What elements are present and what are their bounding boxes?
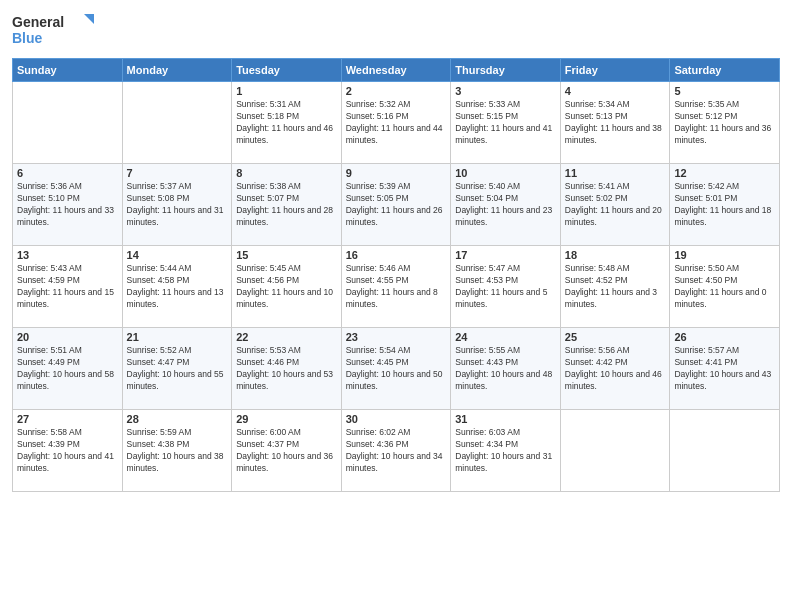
day-cell: 24Sunrise: 5:55 AMSunset: 4:43 PMDayligh… [451, 328, 561, 410]
day-info: Sunrise: 5:34 AMSunset: 5:13 PMDaylight:… [565, 99, 666, 147]
weekday-header-row: SundayMondayTuesdayWednesdayThursdayFrid… [13, 59, 780, 82]
day-info: Sunrise: 5:31 AMSunset: 5:18 PMDaylight:… [236, 99, 337, 147]
day-info: Sunrise: 5:35 AMSunset: 5:12 PMDaylight:… [674, 99, 775, 147]
day-cell [122, 82, 232, 164]
day-cell: 2Sunrise: 5:32 AMSunset: 5:16 PMDaylight… [341, 82, 451, 164]
day-info: Sunrise: 5:42 AMSunset: 5:01 PMDaylight:… [674, 181, 775, 229]
day-number: 21 [127, 331, 228, 343]
day-info: Sunrise: 5:57 AMSunset: 4:41 PMDaylight:… [674, 345, 775, 393]
day-cell: 26Sunrise: 5:57 AMSunset: 4:41 PMDayligh… [670, 328, 780, 410]
day-cell: 1Sunrise: 5:31 AMSunset: 5:18 PMDaylight… [232, 82, 342, 164]
day-cell: 9Sunrise: 5:39 AMSunset: 5:05 PMDaylight… [341, 164, 451, 246]
day-info: Sunrise: 5:46 AMSunset: 4:55 PMDaylight:… [346, 263, 447, 311]
day-info: Sunrise: 5:36 AMSunset: 5:10 PMDaylight:… [17, 181, 118, 229]
day-info: Sunrise: 5:38 AMSunset: 5:07 PMDaylight:… [236, 181, 337, 229]
day-number: 19 [674, 249, 775, 261]
day-number: 20 [17, 331, 118, 343]
day-number: 22 [236, 331, 337, 343]
day-cell: 13Sunrise: 5:43 AMSunset: 4:59 PMDayligh… [13, 246, 123, 328]
day-number: 17 [455, 249, 556, 261]
day-cell: 20Sunrise: 5:51 AMSunset: 4:49 PMDayligh… [13, 328, 123, 410]
day-info: Sunrise: 5:53 AMSunset: 4:46 PMDaylight:… [236, 345, 337, 393]
week-row-3: 13Sunrise: 5:43 AMSunset: 4:59 PMDayligh… [13, 246, 780, 328]
weekday-wednesday: Wednesday [341, 59, 451, 82]
day-info: Sunrise: 5:54 AMSunset: 4:45 PMDaylight:… [346, 345, 447, 393]
day-cell: 19Sunrise: 5:50 AMSunset: 4:50 PMDayligh… [670, 246, 780, 328]
weekday-monday: Monday [122, 59, 232, 82]
week-row-4: 20Sunrise: 5:51 AMSunset: 4:49 PMDayligh… [13, 328, 780, 410]
day-cell: 16Sunrise: 5:46 AMSunset: 4:55 PMDayligh… [341, 246, 451, 328]
day-number: 2 [346, 85, 447, 97]
day-number: 8 [236, 167, 337, 179]
day-info: Sunrise: 6:02 AMSunset: 4:36 PMDaylight:… [346, 427, 447, 475]
day-info: Sunrise: 5:33 AMSunset: 5:15 PMDaylight:… [455, 99, 556, 147]
day-cell: 31Sunrise: 6:03 AMSunset: 4:34 PMDayligh… [451, 410, 561, 492]
day-number: 3 [455, 85, 556, 97]
day-number: 23 [346, 331, 447, 343]
day-cell: 6Sunrise: 5:36 AMSunset: 5:10 PMDaylight… [13, 164, 123, 246]
day-info: Sunrise: 5:52 AMSunset: 4:47 PMDaylight:… [127, 345, 228, 393]
day-cell: 5Sunrise: 5:35 AMSunset: 5:12 PMDaylight… [670, 82, 780, 164]
calendar-table: SundayMondayTuesdayWednesdayThursdayFrid… [12, 58, 780, 492]
day-info: Sunrise: 5:37 AMSunset: 5:08 PMDaylight:… [127, 181, 228, 229]
day-cell: 27Sunrise: 5:58 AMSunset: 4:39 PMDayligh… [13, 410, 123, 492]
day-info: Sunrise: 5:45 AMSunset: 4:56 PMDaylight:… [236, 263, 337, 311]
week-row-5: 27Sunrise: 5:58 AMSunset: 4:39 PMDayligh… [13, 410, 780, 492]
day-number: 9 [346, 167, 447, 179]
weekday-saturday: Saturday [670, 59, 780, 82]
day-cell [670, 410, 780, 492]
day-info: Sunrise: 5:44 AMSunset: 4:58 PMDaylight:… [127, 263, 228, 311]
day-cell: 17Sunrise: 5:47 AMSunset: 4:53 PMDayligh… [451, 246, 561, 328]
logo: General Blue [12, 10, 102, 50]
day-cell: 21Sunrise: 5:52 AMSunset: 4:47 PMDayligh… [122, 328, 232, 410]
weekday-friday: Friday [560, 59, 670, 82]
day-number: 29 [236, 413, 337, 425]
day-number: 10 [455, 167, 556, 179]
day-info: Sunrise: 5:47 AMSunset: 4:53 PMDaylight:… [455, 263, 556, 311]
day-number: 18 [565, 249, 666, 261]
day-cell: 23Sunrise: 5:54 AMSunset: 4:45 PMDayligh… [341, 328, 451, 410]
day-info: Sunrise: 5:58 AMSunset: 4:39 PMDaylight:… [17, 427, 118, 475]
week-row-2: 6Sunrise: 5:36 AMSunset: 5:10 PMDaylight… [13, 164, 780, 246]
day-info: Sunrise: 5:40 AMSunset: 5:04 PMDaylight:… [455, 181, 556, 229]
day-number: 14 [127, 249, 228, 261]
day-number: 31 [455, 413, 556, 425]
day-cell: 18Sunrise: 5:48 AMSunset: 4:52 PMDayligh… [560, 246, 670, 328]
day-number: 16 [346, 249, 447, 261]
day-info: Sunrise: 6:00 AMSunset: 4:37 PMDaylight:… [236, 427, 337, 475]
day-info: Sunrise: 5:51 AMSunset: 4:49 PMDaylight:… [17, 345, 118, 393]
day-cell: 4Sunrise: 5:34 AMSunset: 5:13 PMDaylight… [560, 82, 670, 164]
day-cell: 7Sunrise: 5:37 AMSunset: 5:08 PMDaylight… [122, 164, 232, 246]
day-number: 12 [674, 167, 775, 179]
day-info: Sunrise: 5:59 AMSunset: 4:38 PMDaylight:… [127, 427, 228, 475]
day-cell: 29Sunrise: 6:00 AMSunset: 4:37 PMDayligh… [232, 410, 342, 492]
day-number: 7 [127, 167, 228, 179]
day-info: Sunrise: 5:41 AMSunset: 5:02 PMDaylight:… [565, 181, 666, 229]
day-info: Sunrise: 5:43 AMSunset: 4:59 PMDaylight:… [17, 263, 118, 311]
day-cell: 10Sunrise: 5:40 AMSunset: 5:04 PMDayligh… [451, 164, 561, 246]
day-info: Sunrise: 5:50 AMSunset: 4:50 PMDaylight:… [674, 263, 775, 311]
day-cell: 22Sunrise: 5:53 AMSunset: 4:46 PMDayligh… [232, 328, 342, 410]
day-number: 30 [346, 413, 447, 425]
day-info: Sunrise: 5:39 AMSunset: 5:05 PMDaylight:… [346, 181, 447, 229]
day-info: Sunrise: 5:32 AMSunset: 5:16 PMDaylight:… [346, 99, 447, 147]
day-number: 24 [455, 331, 556, 343]
day-cell: 12Sunrise: 5:42 AMSunset: 5:01 PMDayligh… [670, 164, 780, 246]
day-number: 11 [565, 167, 666, 179]
logo-svg: General Blue [12, 10, 102, 50]
day-number: 25 [565, 331, 666, 343]
day-cell: 3Sunrise: 5:33 AMSunset: 5:15 PMDaylight… [451, 82, 561, 164]
page-container: General Blue SundayMondayTuesdayWednesda… [0, 0, 792, 612]
weekday-sunday: Sunday [13, 59, 123, 82]
day-cell: 15Sunrise: 5:45 AMSunset: 4:56 PMDayligh… [232, 246, 342, 328]
day-cell [13, 82, 123, 164]
day-info: Sunrise: 5:48 AMSunset: 4:52 PMDaylight:… [565, 263, 666, 311]
day-number: 13 [17, 249, 118, 261]
day-number: 1 [236, 85, 337, 97]
day-number: 26 [674, 331, 775, 343]
day-number: 4 [565, 85, 666, 97]
day-number: 5 [674, 85, 775, 97]
header: General Blue [12, 10, 780, 50]
day-info: Sunrise: 5:55 AMSunset: 4:43 PMDaylight:… [455, 345, 556, 393]
day-cell [560, 410, 670, 492]
